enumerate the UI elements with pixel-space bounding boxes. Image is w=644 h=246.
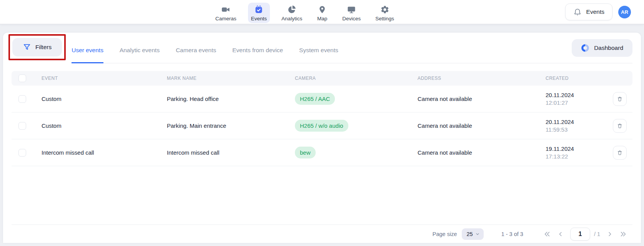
camera-badge: H265 / AAC xyxy=(295,93,335,105)
double-chevron-left-icon xyxy=(543,230,551,238)
gear-icon xyxy=(379,5,390,15)
camera-badge: H265 / w/o audio xyxy=(295,120,348,132)
user-avatar[interactable]: AR xyxy=(618,6,631,18)
nav-label: Map xyxy=(317,16,327,21)
tabs-zone: User events Analytic events Camera event… xyxy=(72,36,632,63)
chevron-down-icon xyxy=(475,232,480,236)
tab-camera-events[interactable]: Camera events xyxy=(176,36,216,63)
monitor-icon xyxy=(346,5,357,15)
delete-event-button[interactable] xyxy=(613,92,627,106)
calendar-check-icon xyxy=(253,5,264,15)
table-row[interactable]: Custom Parking. Head office H265 / AAC C… xyxy=(12,86,632,112)
event-cell: Custom xyxy=(42,122,167,129)
pie-chart-icon xyxy=(286,5,297,15)
range-text: 1 - 3 of 3 xyxy=(501,231,523,237)
nav-label: Analytics xyxy=(281,16,302,21)
nav-item-analytics[interactable]: Analytics xyxy=(278,3,305,23)
nav-label: Settings xyxy=(375,16,394,21)
chevron-right-icon xyxy=(606,231,613,238)
column-header-address: ADDRESS xyxy=(418,76,546,81)
chevron-left-icon xyxy=(557,231,564,238)
dashboard-label: Dashboard xyxy=(594,45,623,51)
event-cell: Custom xyxy=(42,96,167,102)
nav-item-settings[interactable]: Settings xyxy=(372,3,397,23)
select-all-checkbox[interactable] xyxy=(18,74,26,82)
nav-label: Events xyxy=(251,16,267,21)
created-time: 17:13:22 xyxy=(546,153,607,160)
double-chevron-right-icon xyxy=(619,230,627,238)
camera-icon xyxy=(220,5,231,15)
page-size-value: 25 xyxy=(467,231,473,237)
events-toolbar: Filters User events Analytic events Came… xyxy=(12,36,632,63)
main-nav: Cameras Events Analytics xyxy=(212,0,397,23)
table-header-row: EVENT MARK NAME CAMERA ADDRESS CREATED xyxy=(12,71,632,86)
created-cell: 20.11.2024 11:59:53 xyxy=(546,119,607,133)
funnel-icon xyxy=(23,43,31,51)
filters-button[interactable]: Filters xyxy=(12,38,62,56)
event-cell: Intercom missed call xyxy=(42,149,167,156)
row-checkbox[interactable] xyxy=(18,95,26,103)
created-time: 12:01:27 xyxy=(546,99,607,106)
last-page-button[interactable] xyxy=(619,230,627,238)
page-size-select[interactable]: 25 xyxy=(462,228,484,240)
table-row[interactable]: Custom Parking. Main entrance H265 / w/o… xyxy=(12,112,632,139)
pager: 1 / 1 xyxy=(543,228,627,241)
tab-system-events[interactable]: System events xyxy=(299,36,338,63)
page-number-input[interactable]: 1 xyxy=(570,228,590,241)
trash-icon xyxy=(616,122,623,129)
tab-analytic-events[interactable]: Analytic events xyxy=(120,36,160,63)
created-time: 11:59:53 xyxy=(546,126,607,133)
nav-item-cameras[interactable]: Cameras xyxy=(212,3,240,23)
delete-event-button[interactable] xyxy=(613,119,627,133)
mark-name-cell: Parking. Main entrance xyxy=(167,122,295,129)
notifications-events-button[interactable]: Events xyxy=(565,3,612,20)
column-header-mark-name: MARK NAME xyxy=(167,76,295,81)
nav-label: Cameras xyxy=(215,16,236,21)
address-cell: Camera not available xyxy=(418,122,546,129)
address-cell: Camera not available xyxy=(418,149,546,156)
filters-label: Filters xyxy=(35,44,52,51)
created-date: 19.11.2024 xyxy=(546,145,607,152)
column-header-created: CREATED xyxy=(546,76,607,81)
next-page-button[interactable] xyxy=(606,231,613,238)
trash-icon xyxy=(616,149,623,156)
address-cell: Camera not available xyxy=(418,96,546,102)
nav-item-map[interactable]: Map xyxy=(314,3,331,23)
table-empty-space xyxy=(12,166,632,225)
nav-label: Devices xyxy=(342,16,361,21)
dashboard-button[interactable]: Dashboard xyxy=(572,39,632,57)
donut-icon xyxy=(581,44,589,52)
row-checkbox[interactable] xyxy=(18,122,26,130)
map-pin-icon xyxy=(317,5,328,15)
bell-icon xyxy=(573,7,582,17)
nav-item-devices[interactable]: Devices xyxy=(339,3,364,23)
page-size-group: Page size 25 xyxy=(433,228,484,240)
event-tabs: User events Analytic events Camera event… xyxy=(72,36,338,63)
nav-item-events[interactable]: Events xyxy=(248,3,270,23)
created-date: 20.11.2024 xyxy=(546,119,607,125)
table-row[interactable]: Intercom missed call Intercom missed cal… xyxy=(12,139,632,166)
created-cell: 19.11.2024 17:13:22 xyxy=(546,145,607,160)
delete-event-button[interactable] xyxy=(613,146,627,160)
created-cell: 20.11.2024 12:01:27 xyxy=(546,92,607,106)
created-date: 20.11.2024 xyxy=(546,92,607,98)
top-navigation-bar: Cameras Events Analytics xyxy=(0,0,644,24)
mark-name-cell: Parking. Head office xyxy=(167,96,295,102)
content-panel: Filters User events Analytic events Came… xyxy=(3,33,641,243)
trash-icon xyxy=(616,96,623,102)
column-header-camera: CAMERA xyxy=(295,76,418,81)
pagination-footer: Page size 25 1 - 3 of 3 xyxy=(12,225,632,243)
annotation-highlight-box: Filters xyxy=(8,34,66,60)
mark-name-cell: Intercom missed call xyxy=(167,149,295,156)
tab-user-events[interactable]: User events xyxy=(72,36,103,63)
total-pages-text: / 1 xyxy=(594,231,600,237)
column-header-event: EVENT xyxy=(42,76,167,81)
topbar-right-controls: Events AR xyxy=(565,3,631,20)
first-page-button[interactable] xyxy=(543,230,551,238)
row-checkbox[interactable] xyxy=(18,149,26,157)
tab-events-from-device[interactable]: Events from device xyxy=(232,36,283,63)
page-size-label: Page size xyxy=(433,231,457,237)
notifications-events-label: Events xyxy=(586,8,604,15)
prev-page-button[interactable] xyxy=(557,231,564,238)
camera-badge: bew xyxy=(295,147,316,158)
